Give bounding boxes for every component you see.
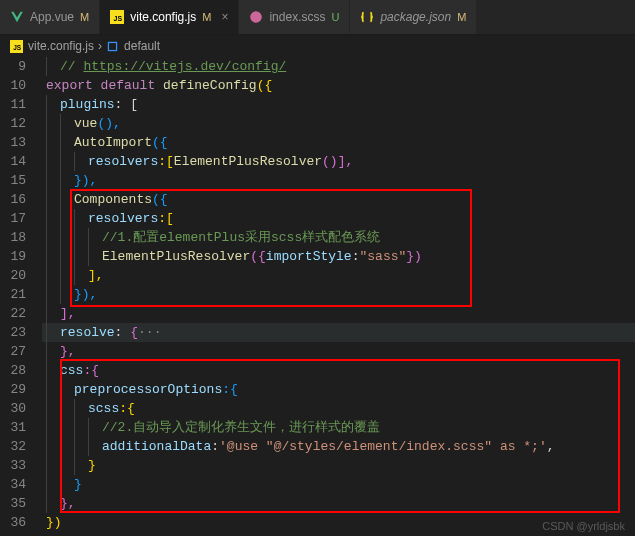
code-area[interactable]: // https://vitejs.dev/config/ export def… [42,57,635,532]
scss-icon [249,10,263,24]
js-icon: JS [10,39,24,53]
watermark: CSDN @yrldjsbk [542,520,625,532]
tab-bar: App.vue M JS vite.config.js M × index.sc… [0,0,635,35]
chevron-right-icon: › [98,39,102,53]
modified-badge: M [202,11,211,23]
breadcrumb-symbol: default [124,39,160,53]
line-gutter: 9 10 11 12 13 14 15 16 17 18 19 20 21 22… [0,57,42,532]
untracked-badge: U [331,11,339,23]
tab-label: package.json [380,10,451,24]
modified-badge: M [80,11,89,23]
svg-text:JS: JS [13,43,22,50]
tab-label: App.vue [30,10,74,24]
tab-vite-config[interactable]: JS vite.config.js M × [100,0,239,34]
js-icon: JS [110,10,124,24]
code-editor[interactable]: 9 10 11 12 13 14 15 16 17 18 19 20 21 22… [0,57,635,532]
svg-point-2 [251,11,263,23]
json-icon [360,10,374,24]
svg-rect-5 [108,42,116,50]
tab-label: vite.config.js [130,10,196,24]
tab-package-json[interactable]: package.json M [350,0,477,34]
breadcrumb-file: vite.config.js [28,39,94,53]
tab-index-scss[interactable]: index.scss U [239,0,350,34]
symbol-icon [106,39,120,53]
tab-label: index.scss [269,10,325,24]
breadcrumb[interactable]: JS vite.config.js › default [0,35,635,57]
svg-text:JS: JS [114,15,123,22]
modified-badge: M [457,11,466,23]
vue-icon [10,10,24,24]
tab-app-vue[interactable]: App.vue M [0,0,100,34]
close-icon[interactable]: × [221,10,228,24]
